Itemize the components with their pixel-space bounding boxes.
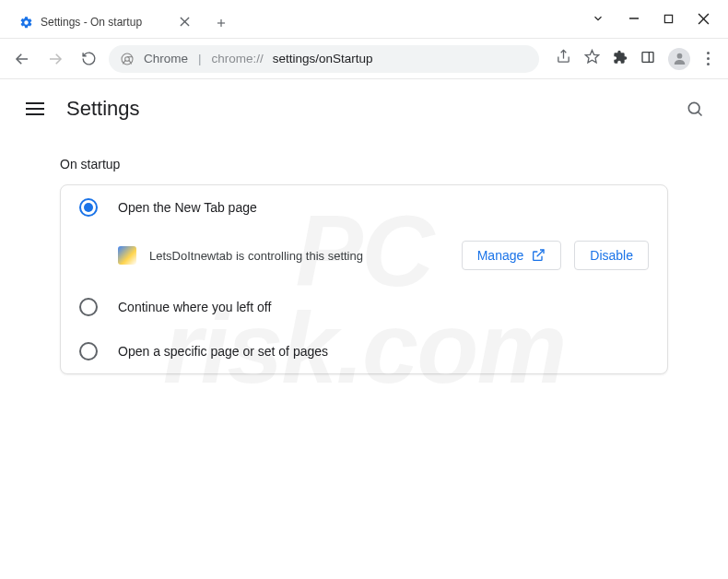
disable-label: Disable xyxy=(590,248,633,263)
radio-icon[interactable] xyxy=(79,342,98,360)
option-label: Open the New Tab page xyxy=(118,200,257,215)
manage-button[interactable]: Manage xyxy=(462,241,562,270)
extension-notice: LetsDoItnewtab is controlling this setti… xyxy=(61,230,667,285)
gear-icon xyxy=(18,15,33,30)
reload-button[interactable] xyxy=(76,46,101,72)
extension-message: LetsDoItnewtab is controlling this setti… xyxy=(149,249,449,263)
disable-button[interactable]: Disable xyxy=(574,241,649,270)
radio-icon[interactable] xyxy=(79,298,98,316)
page-header: Settings xyxy=(0,79,728,131)
svg-point-20 xyxy=(688,102,699,113)
menu-icon[interactable] xyxy=(703,52,713,65)
sidepanel-icon[interactable] xyxy=(640,50,655,68)
address-bar[interactable]: Chrome | chrome://settings/onStartup xyxy=(109,45,539,73)
tab-close-icon[interactable] xyxy=(176,15,194,30)
svg-line-22 xyxy=(537,250,544,256)
option-label: Continue where you left off xyxy=(118,300,271,314)
window-close-icon[interactable] xyxy=(698,13,710,25)
section-title: On startup xyxy=(0,131,728,184)
external-link-icon xyxy=(531,248,546,263)
option-label: Open a specific page or set of pages xyxy=(118,344,328,359)
option-specific-page[interactable]: Open a specific page or set of pages xyxy=(61,329,667,373)
svg-point-19 xyxy=(676,53,682,59)
option-new-tab[interactable]: Open the New Tab page xyxy=(61,185,667,230)
manage-label: Manage xyxy=(477,248,524,263)
window-minimize-icon[interactable] xyxy=(628,13,640,24)
svg-rect-1 xyxy=(664,15,672,22)
chrome-icon xyxy=(120,52,135,66)
window-maximize-icon[interactable] xyxy=(663,14,674,24)
svg-marker-16 xyxy=(585,50,598,62)
toolbar: Chrome | chrome://settings/onStartup xyxy=(0,39,728,79)
search-icon[interactable] xyxy=(682,96,708,122)
svg-rect-17 xyxy=(642,52,653,62)
bookmark-icon[interactable] xyxy=(584,49,600,68)
extensions-icon[interactable] xyxy=(613,50,628,68)
omnibox-label: Chrome xyxy=(144,52,188,65)
extension-icon xyxy=(118,246,136,265)
browser-tab[interactable]: Settings - On startup xyxy=(9,6,203,38)
hamburger-icon[interactable] xyxy=(26,98,48,120)
page-title: Settings xyxy=(66,97,140,121)
svg-line-21 xyxy=(699,112,702,116)
radio-selected-icon[interactable] xyxy=(79,198,98,217)
omnibox-prefix: chrome:// xyxy=(212,52,264,65)
tab-title: Settings - On startup xyxy=(41,16,169,29)
startup-card: Open the New Tab page LetsDoItnewtab is … xyxy=(60,184,668,374)
new-tab-button[interactable] xyxy=(208,10,234,36)
share-icon[interactable] xyxy=(556,49,571,68)
window-dropdown-icon[interactable] xyxy=(592,12,605,25)
back-button[interactable] xyxy=(9,46,35,72)
option-continue[interactable]: Continue where you left off xyxy=(61,285,667,329)
avatar[interactable] xyxy=(668,48,690,70)
omnibox-path: settings/onStartup xyxy=(273,52,373,65)
forward-button[interactable] xyxy=(42,46,68,72)
